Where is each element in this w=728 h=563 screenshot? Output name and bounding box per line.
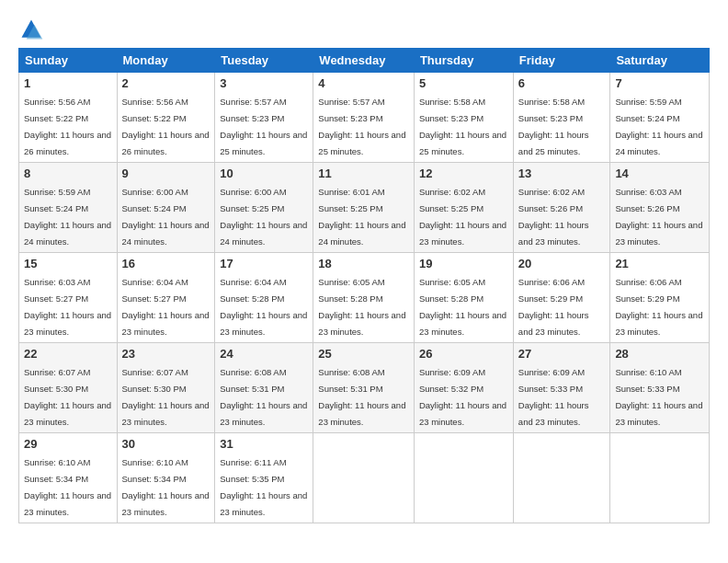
day-info: Sunrise: 5:57 AMSunset: 5:23 PMDaylight:… bbox=[318, 97, 405, 156]
calendar-week-row: 22 Sunrise: 6:07 AMSunset: 5:30 PMDaylig… bbox=[19, 343, 710, 433]
calendar-cell: 8 Sunrise: 5:59 AMSunset: 5:24 PMDayligh… bbox=[19, 163, 118, 253]
calendar-cell bbox=[610, 433, 710, 523]
day-number: 4 bbox=[318, 76, 409, 90]
calendar-cell: 30 Sunrise: 6:10 AMSunset: 5:34 PMDaylig… bbox=[117, 433, 215, 523]
calendar-header-row: SundayMondayTuesdayWednesdayThursdayFrid… bbox=[19, 49, 710, 73]
day-number: 18 bbox=[318, 257, 409, 270]
day-info: Sunrise: 5:59 AMSunset: 5:24 PMDaylight:… bbox=[615, 97, 702, 156]
calendar-cell: 18 Sunrise: 6:05 AMSunset: 5:28 PMDaylig… bbox=[313, 253, 415, 343]
day-info: Sunrise: 6:10 AMSunset: 5:34 PMDaylight:… bbox=[24, 457, 111, 517]
day-number: 28 bbox=[615, 347, 704, 361]
calendar-cell: 27 Sunrise: 6:09 AMSunset: 5:33 PMDaylig… bbox=[513, 343, 610, 433]
day-info: Sunrise: 5:57 AMSunset: 5:23 PMDaylight:… bbox=[220, 97, 307, 156]
day-info: Sunrise: 5:58 AMSunset: 5:23 PMDaylight:… bbox=[419, 97, 506, 156]
calendar-cell: 20 Sunrise: 6:06 AMSunset: 5:29 PMDaylig… bbox=[513, 253, 610, 343]
day-number: 15 bbox=[24, 257, 112, 270]
day-number: 14 bbox=[615, 167, 704, 180]
calendar-cell: 21 Sunrise: 6:06 AMSunset: 5:29 PMDaylig… bbox=[610, 253, 710, 343]
calendar-cell: 14 Sunrise: 6:03 AMSunset: 5:26 PMDaylig… bbox=[610, 163, 710, 253]
day-info: Sunrise: 5:59 AMSunset: 5:24 PMDaylight:… bbox=[24, 187, 111, 247]
calendar-cell: 10 Sunrise: 6:00 AMSunset: 5:25 PMDaylig… bbox=[215, 163, 313, 253]
logo-icon bbox=[18, 17, 44, 42]
day-number: 22 bbox=[24, 347, 112, 361]
calendar-cell: 6 Sunrise: 5:58 AMSunset: 5:23 PMDayligh… bbox=[513, 73, 610, 163]
day-info: Sunrise: 6:05 AMSunset: 5:28 PMDaylight:… bbox=[419, 277, 506, 337]
calendar-cell: 23 Sunrise: 6:07 AMSunset: 5:30 PMDaylig… bbox=[117, 343, 215, 433]
calendar-cell: 25 Sunrise: 6:08 AMSunset: 5:31 PMDaylig… bbox=[313, 343, 415, 433]
calendar-cell bbox=[414, 433, 513, 523]
day-number: 1 bbox=[24, 76, 112, 90]
calendar-cell bbox=[313, 433, 415, 523]
day-info: Sunrise: 6:02 AMSunset: 5:26 PMDaylight:… bbox=[518, 187, 589, 247]
day-number: 21 bbox=[615, 257, 704, 270]
day-info: Sunrise: 6:09 AMSunset: 5:32 PMDaylight:… bbox=[419, 367, 506, 427]
day-info: Sunrise: 5:56 AMSunset: 5:22 PMDaylight:… bbox=[122, 97, 210, 156]
calendar-day-header: Tuesday bbox=[215, 49, 313, 73]
day-info: Sunrise: 6:05 AMSunset: 5:28 PMDaylight:… bbox=[318, 277, 405, 337]
day-number: 7 bbox=[615, 76, 704, 90]
calendar-cell: 19 Sunrise: 6:05 AMSunset: 5:28 PMDaylig… bbox=[414, 253, 513, 343]
day-number: 3 bbox=[220, 76, 308, 90]
day-info: Sunrise: 6:10 AMSunset: 5:34 PMDaylight:… bbox=[122, 457, 210, 517]
day-number: 20 bbox=[518, 257, 606, 270]
calendar-day-header: Saturday bbox=[610, 49, 710, 73]
day-info: Sunrise: 6:06 AMSunset: 5:29 PMDaylight:… bbox=[518, 277, 589, 337]
calendar-cell: 15 Sunrise: 6:03 AMSunset: 5:27 PMDaylig… bbox=[19, 253, 118, 343]
calendar-cell: 1 Sunrise: 5:56 AMSunset: 5:22 PMDayligh… bbox=[19, 73, 118, 163]
day-info: Sunrise: 6:07 AMSunset: 5:30 PMDaylight:… bbox=[122, 367, 210, 427]
calendar-cell: 17 Sunrise: 6:04 AMSunset: 5:28 PMDaylig… bbox=[215, 253, 313, 343]
calendar-cell: 3 Sunrise: 5:57 AMSunset: 5:23 PMDayligh… bbox=[215, 73, 313, 163]
calendar-day-header: Monday bbox=[117, 49, 215, 73]
calendar-cell: 5 Sunrise: 5:58 AMSunset: 5:23 PMDayligh… bbox=[414, 73, 513, 163]
calendar-week-row: 29 Sunrise: 6:10 AMSunset: 5:34 PMDaylig… bbox=[19, 433, 710, 523]
day-number: 29 bbox=[24, 437, 112, 451]
day-info: Sunrise: 6:09 AMSunset: 5:33 PMDaylight:… bbox=[518, 367, 589, 427]
calendar-cell: 13 Sunrise: 6:02 AMSunset: 5:26 PMDaylig… bbox=[513, 163, 610, 253]
calendar-cell: 22 Sunrise: 6:07 AMSunset: 5:30 PMDaylig… bbox=[19, 343, 118, 433]
day-info: Sunrise: 6:06 AMSunset: 5:29 PMDaylight:… bbox=[615, 277, 702, 337]
calendar-cell: 16 Sunrise: 6:04 AMSunset: 5:27 PMDaylig… bbox=[117, 253, 215, 343]
day-info: Sunrise: 6:02 AMSunset: 5:25 PMDaylight:… bbox=[419, 187, 506, 247]
day-number: 31 bbox=[220, 437, 308, 451]
calendar-day-header: Friday bbox=[513, 49, 610, 73]
calendar-cell: 12 Sunrise: 6:02 AMSunset: 5:25 PMDaylig… bbox=[414, 163, 513, 253]
day-info: Sunrise: 6:03 AMSunset: 5:27 PMDaylight:… bbox=[24, 277, 111, 337]
day-info: Sunrise: 5:58 AMSunset: 5:23 PMDaylight:… bbox=[518, 97, 589, 156]
day-number: 8 bbox=[24, 167, 112, 180]
calendar-week-row: 8 Sunrise: 5:59 AMSunset: 5:24 PMDayligh… bbox=[19, 163, 710, 253]
header bbox=[18, 17, 710, 42]
day-info: Sunrise: 6:04 AMSunset: 5:27 PMDaylight:… bbox=[122, 277, 210, 337]
calendar-cell: 4 Sunrise: 5:57 AMSunset: 5:23 PMDayligh… bbox=[313, 73, 415, 163]
day-number: 2 bbox=[122, 76, 210, 90]
day-number: 19 bbox=[419, 257, 508, 270]
day-number: 6 bbox=[518, 76, 606, 90]
calendar-day-header: Wednesday bbox=[313, 49, 415, 73]
calendar-cell: 28 Sunrise: 6:10 AMSunset: 5:33 PMDaylig… bbox=[610, 343, 710, 433]
page: SundayMondayTuesdayWednesdayThursdayFrid… bbox=[0, 0, 728, 563]
day-number: 17 bbox=[220, 257, 308, 270]
calendar-day-header: Thursday bbox=[414, 49, 513, 73]
day-number: 10 bbox=[220, 167, 308, 180]
day-number: 26 bbox=[419, 347, 508, 361]
calendar: SundayMondayTuesdayWednesdayThursdayFrid… bbox=[18, 48, 710, 523]
day-number: 9 bbox=[122, 167, 210, 180]
day-info: Sunrise: 6:00 AMSunset: 5:24 PMDaylight:… bbox=[122, 187, 210, 247]
day-number: 27 bbox=[518, 347, 606, 361]
day-info: Sunrise: 6:11 AMSunset: 5:35 PMDaylight:… bbox=[220, 457, 307, 517]
day-number: 13 bbox=[518, 167, 606, 180]
day-number: 24 bbox=[220, 347, 308, 361]
calendar-cell: 11 Sunrise: 6:01 AMSunset: 5:25 PMDaylig… bbox=[313, 163, 415, 253]
day-number: 23 bbox=[122, 347, 210, 361]
calendar-week-row: 15 Sunrise: 6:03 AMSunset: 5:27 PMDaylig… bbox=[19, 253, 710, 343]
day-info: Sunrise: 6:04 AMSunset: 5:28 PMDaylight:… bbox=[220, 277, 307, 337]
day-info: Sunrise: 5:56 AMSunset: 5:22 PMDaylight:… bbox=[24, 97, 111, 156]
calendar-cell: 31 Sunrise: 6:11 AMSunset: 5:35 PMDaylig… bbox=[215, 433, 313, 523]
day-info: Sunrise: 6:03 AMSunset: 5:26 PMDaylight:… bbox=[615, 187, 702, 247]
day-info: Sunrise: 6:01 AMSunset: 5:25 PMDaylight:… bbox=[318, 187, 405, 247]
calendar-day-header: Sunday bbox=[19, 49, 118, 73]
day-number: 11 bbox=[318, 167, 409, 180]
calendar-cell: 7 Sunrise: 5:59 AMSunset: 5:24 PMDayligh… bbox=[610, 73, 710, 163]
day-info: Sunrise: 6:00 AMSunset: 5:25 PMDaylight:… bbox=[220, 187, 307, 247]
day-number: 5 bbox=[419, 76, 508, 90]
day-info: Sunrise: 6:08 AMSunset: 5:31 PMDaylight:… bbox=[318, 367, 405, 427]
